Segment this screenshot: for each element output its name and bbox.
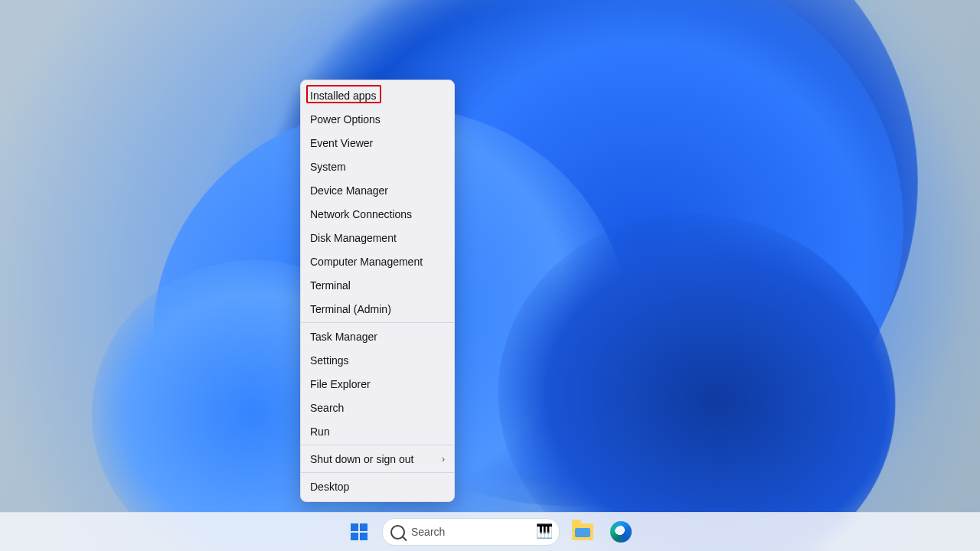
menu-item-installed-apps[interactable]: Installed apps [301, 83, 454, 107]
search-icon [390, 525, 405, 540]
menu-item-shut-down-or-sign-out[interactable]: Shut down or sign out › [301, 447, 454, 471]
menu-item-device-manager[interactable]: Device Manager [301, 178, 454, 202]
power-user-context-menu: Installed apps Power Options Event Viewe… [300, 80, 455, 502]
desktop-wallpaper[interactable] [0, 0, 980, 551]
taskbar-file-explorer-button[interactable] [567, 517, 598, 547]
menu-item-event-viewer[interactable]: Event Viewer [301, 131, 454, 155]
search-highlight-doodle-icon: 🎹 [536, 523, 553, 540]
menu-item-settings[interactable]: Settings [301, 348, 454, 372]
menu-item-file-explorer[interactable]: File Explorer [301, 372, 454, 396]
menu-item-power-options[interactable]: Power Options [301, 107, 454, 131]
microsoft-edge-icon [610, 521, 632, 543]
menu-item-computer-management[interactable]: Computer Management [301, 249, 454, 273]
menu-item-task-manager[interactable]: Task Manager [301, 324, 454, 348]
windows-logo-icon [351, 523, 368, 540]
menu-item-disk-management[interactable]: Disk Management [301, 226, 454, 249]
taskbar-edge-button[interactable] [606, 517, 636, 547]
file-explorer-icon [572, 523, 593, 540]
menu-item-desktop[interactable]: Desktop [301, 474, 454, 498]
menu-item-terminal-admin[interactable]: Terminal (Admin) [301, 297, 454, 321]
menu-item-system[interactable]: System [301, 155, 454, 178]
menu-item-network-connections[interactable]: Network Connections [301, 202, 454, 226]
menu-separator [301, 472, 454, 473]
menu-item-terminal[interactable]: Terminal [301, 273, 454, 297]
menu-separator [301, 322, 454, 323]
taskbar: Search 🎹 [0, 512, 980, 551]
menu-separator [301, 445, 454, 445]
menu-item-search[interactable]: Search [301, 396, 454, 419]
menu-item-run[interactable]: Run [301, 419, 454, 443]
start-button[interactable] [344, 517, 374, 547]
search-placeholder: Search [411, 526, 445, 538]
taskbar-search-box[interactable]: Search 🎹 [382, 518, 560, 546]
chevron-right-icon: › [442, 454, 445, 465]
